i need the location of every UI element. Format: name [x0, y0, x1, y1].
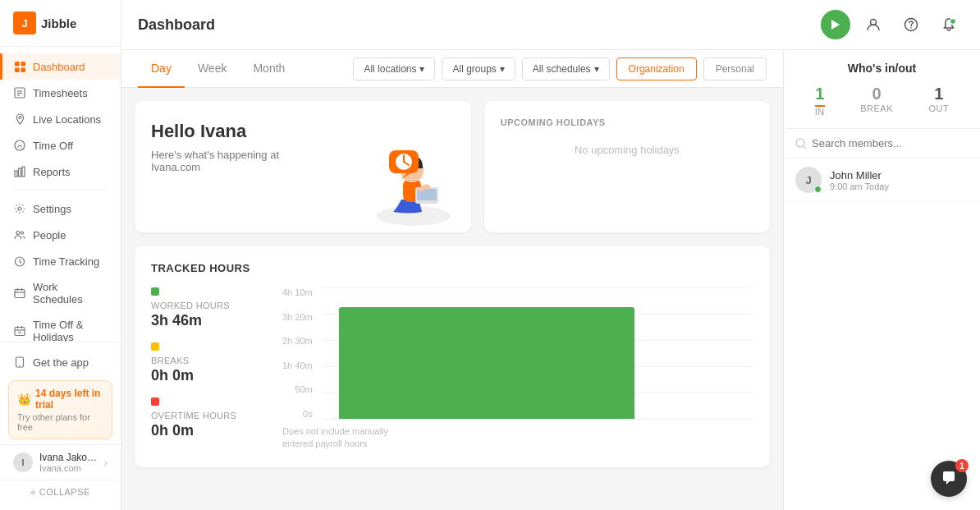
help-icon-button[interactable]: [896, 10, 926, 39]
sidebar-item-live-locations[interactable]: Live Locations: [0, 106, 121, 132]
sidebar-item-people[interactable]: People: [0, 222, 121, 248]
page-title: Dashboard: [138, 16, 215, 34]
bar-chart: [323, 287, 753, 419]
notifications-button[interactable]: [934, 10, 964, 39]
play-button[interactable]: [821, 10, 850, 39]
breaks-item: BREAKS 0h 0m: [151, 342, 266, 384]
worked-label: WORKED HOURS: [151, 301, 266, 310]
locations-filter[interactable]: All locations ▾: [353, 57, 435, 80]
collapse-button[interactable]: « COLLAPSE: [0, 480, 121, 503]
time-off-holidays-icon: [13, 324, 26, 338]
groups-filter[interactable]: All groups ▾: [442, 57, 515, 80]
avatar: I: [13, 453, 33, 472]
sidebar-item-settings[interactable]: Settings: [0, 195, 121, 222]
main-area: Dashboard: [121, 0, 980, 510]
timesheets-icon: [13, 86, 26, 99]
user-email: Ivana.com: [39, 463, 97, 473]
count-break-label: BREAK: [860, 103, 893, 113]
sidebar-bottom: Get the app 👑 14 days left in trial Try …: [0, 342, 121, 510]
logo[interactable]: J Jibble: [0, 0, 121, 47]
personal-toggle[interactable]: Personal: [703, 57, 767, 80]
user-profile[interactable]: I Ivana Jakovljevic Ivana.com ›: [0, 444, 121, 480]
chevron-right-icon: ›: [103, 456, 108, 469]
sidebar-item-label: Time Tracking: [33, 255, 99, 268]
breaks-value: 0h 0m: [151, 367, 266, 384]
svg-rect-18: [15, 290, 25, 298]
svg-point-32: [19, 365, 21, 366]
sidebar-item-label: Time Off: [33, 140, 73, 152]
chart-note: Does not include manuallyentered payroll…: [282, 425, 753, 451]
y-label-4: 1h 40m: [282, 361, 313, 370]
y-label-1: 4h 10m: [282, 287, 313, 297]
count-in-label: IN: [815, 107, 825, 117]
bar-worked: [339, 307, 634, 419]
count-in[interactable]: 1 IN: [815, 85, 825, 117]
sidebar-item-label: Settings: [33, 203, 71, 215]
svg-rect-12: [19, 168, 21, 177]
svg-rect-11: [15, 171, 17, 177]
chat-widget[interactable]: 1: [931, 461, 967, 497]
top-row: Hello Ivana Here's what's happening at I…: [135, 101, 770, 232]
header-actions: [821, 10, 964, 39]
y-label-5: 50m: [295, 384, 312, 394]
schedules-filter[interactable]: All schedules ▾: [522, 57, 610, 80]
hello-card: Hello Ivana Here's what's happening at I…: [135, 101, 471, 232]
count-out[interactable]: 1 OUT: [929, 85, 950, 117]
member-item: J John Miller 9:00 am Today: [784, 159, 980, 202]
search-icon: [795, 138, 807, 149]
tab-day[interactable]: Day: [138, 50, 185, 88]
sidebar-item-dashboard[interactable]: Dashboard: [0, 53, 121, 80]
worked-dot: [151, 287, 159, 296]
svg-point-9: [19, 117, 21, 119]
time-tracking-icon: [13, 255, 26, 268]
trial-sub: Try other plans for free: [17, 412, 103, 432]
tracked-hours-card: TRACKED HOURS WORKED HOURS 3h 46m BR: [135, 246, 770, 467]
sidebar-item-label: Time Off & Holidays: [33, 319, 108, 342]
chat-badge: 1: [955, 459, 969, 472]
svg-point-37: [950, 19, 956, 25]
svg-point-14: [18, 207, 21, 210]
svg-rect-4: [21, 67, 25, 72]
member-info: John Miller 9:00 am Today: [830, 169, 969, 191]
count-out-label: OUT: [929, 103, 950, 113]
svg-point-16: [21, 232, 24, 234]
chevron-down-icon: ▾: [594, 63, 599, 75]
nav-section: Dashboard Timesheets Live Locations: [0, 47, 121, 342]
sidebar-item-time-off-holidays[interactable]: Time Off & Holidays: [0, 312, 121, 342]
tab-month[interactable]: Month: [240, 50, 298, 88]
worked-hours-item: WORKED HOURS 3h 46m: [151, 287, 266, 329]
nav-divider: [13, 190, 108, 191]
get-app-label: Get the app: [33, 356, 89, 369]
sidebar-item-reports[interactable]: Reports: [0, 159, 121, 185]
tab-week[interactable]: Week: [185, 50, 240, 88]
hello-illustration: [364, 134, 463, 232]
sidebar-item-timesheets[interactable]: Timesheets: [0, 80, 121, 106]
reports-icon: [13, 165, 26, 178]
sidebar-item-time-off[interactable]: Time Off: [0, 132, 121, 159]
sidebar-item-work-schedules[interactable]: Work Schedules: [0, 274, 121, 312]
count-break[interactable]: 0 BREAK: [860, 85, 893, 117]
trial-days: 14 days left in trial: [35, 388, 103, 411]
logo-text: Jibble: [41, 16, 76, 30]
chevron-down-icon: ▾: [500, 63, 505, 75]
organization-toggle[interactable]: Organization: [616, 57, 697, 80]
settings-icon: [13, 202, 26, 215]
get-app-button[interactable]: Get the app: [0, 349, 121, 375]
search-input[interactable]: [812, 137, 969, 149]
member-name: John Miller: [830, 169, 969, 181]
tracked-hours-title: TRACKED HOURS: [151, 262, 753, 274]
sidebar-item-time-tracking[interactable]: Time Tracking: [0, 248, 121, 274]
trial-banner[interactable]: 👑 14 days left in trial Try other plans …: [8, 380, 112, 439]
status-dot-online: [814, 186, 822, 193]
collapse-icon: «: [30, 487, 36, 497]
dashboard-icon: [13, 60, 26, 73]
members-list: J John Miller 9:00 am Today: [784, 159, 980, 510]
sidebar-item-label: Live Locations: [33, 113, 101, 126]
trial-icon: 👑: [17, 393, 31, 406]
user-icon-button[interactable]: [859, 10, 888, 39]
svg-rect-22: [15, 328, 25, 336]
sidebar-item-label: Timesheets: [33, 87, 88, 99]
overtime-dot: [151, 397, 159, 406]
tab-filters: All locations ▾ All groups ▾ All schedul…: [353, 57, 767, 80]
svg-point-36: [910, 27, 912, 29]
